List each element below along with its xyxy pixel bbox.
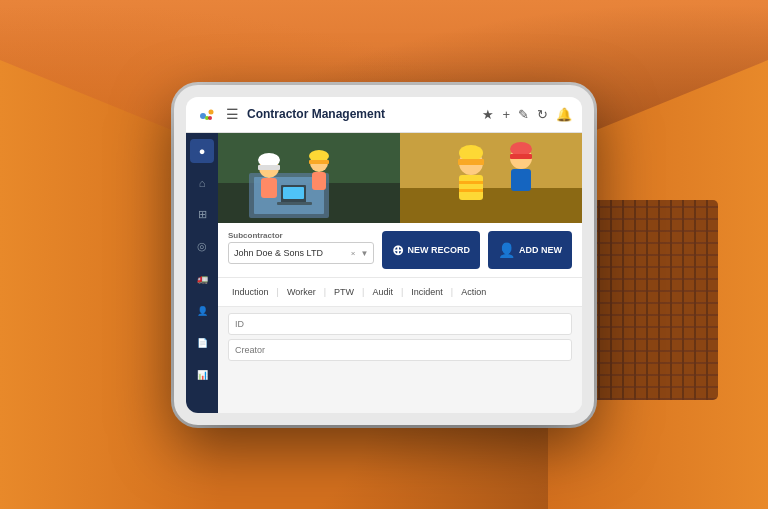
- tab-incident[interactable]: Incident: [407, 287, 447, 297]
- tab-induction[interactable]: Induction: [228, 287, 273, 297]
- sidebar-item-home[interactable]: ⌂: [190, 171, 214, 195]
- sidebar-item-grid[interactable]: ⊞: [190, 203, 214, 227]
- svg-rect-19: [283, 187, 304, 199]
- subcontractor-select-wrapper: John Doe & Sons LTD × ▼: [228, 242, 374, 264]
- subcontractor-field-group: Subcontractor John Doe & Sons LTD × ▼: [228, 231, 374, 264]
- top-actions: ★ + ✎ ↻ 🔔: [482, 107, 572, 122]
- sidebar-item-dashboard[interactable]: ●: [190, 139, 214, 163]
- tab-sep-5: |: [451, 287, 453, 297]
- tab-sep-1: |: [277, 287, 279, 297]
- tab-ptw[interactable]: PTW: [330, 287, 358, 297]
- tablet-screen: ☰ Contractor Management ★ + ✎ ↻ 🔔 ● ⌂ ⊞ …: [186, 97, 582, 413]
- app-title: Contractor Management: [247, 107, 474, 121]
- main-panel: Subcontractor John Doe & Sons LTD × ▼: [218, 133, 582, 413]
- new-record-button[interactable]: ⊕ NEW RECORD: [382, 231, 481, 269]
- svg-point-11: [258, 153, 280, 167]
- svg-rect-31: [510, 154, 532, 159]
- id-input[interactable]: [228, 313, 572, 335]
- hero-image-inner: [218, 133, 582, 223]
- svg-rect-28: [459, 189, 483, 192]
- add-new-label: ADD NEW: [519, 245, 562, 255]
- svg-rect-16: [309, 160, 329, 164]
- svg-rect-17: [312, 172, 326, 190]
- svg-rect-13: [261, 178, 277, 198]
- edit-icon[interactable]: ✎: [518, 107, 529, 122]
- svg-point-24: [459, 145, 483, 161]
- hamburger-icon[interactable]: ☰: [226, 106, 239, 122]
- tablet: ☰ Contractor Management ★ + ✎ ↻ 🔔 ● ⌂ ⊞ …: [174, 85, 594, 425]
- tab-sep-3: |: [362, 287, 364, 297]
- sidebar: ● ⌂ ⊞ ◎ 🚛 👤 📄 📊: [186, 133, 218, 413]
- tab-sep-4: |: [401, 287, 403, 297]
- person-add-icon: 👤: [498, 242, 515, 258]
- creator-input[interactable]: [228, 339, 572, 361]
- tab-action[interactable]: Action: [457, 287, 490, 297]
- hero-left: [218, 133, 400, 223]
- svg-rect-22: [400, 188, 582, 223]
- tab-worker[interactable]: Worker: [283, 287, 320, 297]
- subcontractor-clear-icon[interactable]: ×: [351, 248, 356, 257]
- star-icon[interactable]: ★: [482, 107, 494, 122]
- tabs-bar: Induction | Worker | PTW | Audit | Incid…: [218, 277, 582, 307]
- svg-rect-12: [258, 165, 280, 170]
- svg-point-30: [510, 142, 532, 156]
- tab-sep-2: |: [324, 287, 326, 297]
- content-area: ● ⌂ ⊞ ◎ 🚛 👤 📄 📊: [186, 133, 582, 413]
- refresh-icon[interactable]: ↻: [537, 107, 548, 122]
- form-fields: Subcontractor John Doe & Sons LTD × ▼: [228, 231, 374, 264]
- app-logo: [196, 103, 218, 125]
- top-bar: ☰ Contractor Management ★ + ✎ ↻ 🔔: [186, 97, 582, 133]
- hero-right: [400, 133, 582, 223]
- svg-rect-32: [511, 169, 531, 191]
- sidebar-item-person[interactable]: 👤: [190, 299, 214, 323]
- sidebar-item-document[interactable]: 📄: [190, 331, 214, 355]
- hero-image: [218, 133, 582, 223]
- svg-rect-20: [277, 202, 312, 205]
- svg-point-5: [208, 116, 212, 120]
- svg-rect-0: [196, 103, 218, 125]
- form-row: Subcontractor John Doe & Sons LTD × ▼: [228, 231, 572, 269]
- svg-rect-27: [459, 181, 483, 184]
- sidebar-item-chart[interactable]: 📊: [190, 363, 214, 387]
- subcontractor-label: Subcontractor: [228, 231, 374, 240]
- tab-audit[interactable]: Audit: [368, 287, 397, 297]
- new-record-label: NEW RECORD: [408, 245, 471, 255]
- add-icon[interactable]: +: [502, 107, 510, 122]
- sidebar-item-truck[interactable]: 🚛: [190, 267, 214, 291]
- add-new-button[interactable]: 👤 ADD NEW: [488, 231, 572, 269]
- svg-rect-26: [459, 175, 483, 200]
- table-area: [218, 307, 582, 413]
- form-area: Subcontractor John Doe & Sons LTD × ▼: [218, 223, 582, 277]
- sidebar-item-location[interactable]: ◎: [190, 235, 214, 259]
- svg-rect-25: [458, 159, 484, 165]
- scene: ☰ Contractor Management ★ + ✎ ↻ 🔔 ● ⌂ ⊞ …: [0, 0, 768, 509]
- bell-icon[interactable]: 🔔: [556, 107, 572, 122]
- plus-circle-icon: ⊕: [392, 242, 404, 258]
- svg-point-3: [209, 110, 214, 115]
